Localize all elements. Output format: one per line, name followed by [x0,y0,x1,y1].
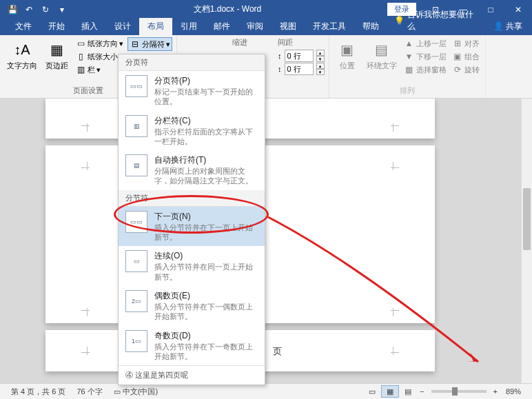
dropdown-section-page-breaks: 分页符 [119,54,265,71]
undo-icon[interactable]: ↶ [23,4,34,15]
redo-icon[interactable]: ↻ [40,4,51,15]
orientation-icon: ▭ [75,38,86,49]
selection-pane-button[interactable]: ▦选择窗格 [402,63,448,76]
rotate-icon: ⟳ [452,64,463,75]
tab-developer[interactable]: 开发工具 [305,18,354,35]
wrap-button[interactable]: ▤环绕文字 [364,37,400,72]
ribbon: ↕A 文字方向 ▦ 页边距 ▭纸张方向▾ ▯纸张大小▾ ▥栏▾ ⊟分隔符▾ 页面… [0,35,532,99]
break-item-title: 分页符(P) [154,75,258,87]
tab-mailings[interactable]: 邮件 [205,18,238,35]
tab-review[interactable]: 审阅 [238,18,272,35]
align-button[interactable]: ⊞对齐 [451,37,481,50]
break-item-desc: 标记一页结束与下一页开始的位置。 [154,87,258,107]
break-item-title: 奇数页(D) [154,330,258,342]
orientation-label: 纸张方向 [88,39,118,49]
selection-pane-label: 选择窗格 [416,65,447,75]
margins-button[interactable]: ▦ 页边距 [43,37,71,72]
zoom-slider[interactable] [431,390,487,393]
column-break-icon: ▥ [125,115,147,137]
break-item-desc: 指示分栏符后面的文字将从下一栏开始。 [154,127,258,147]
break-item-title: 连续(O) [154,250,258,262]
break-item-title: 偶数页(E) [154,290,258,302]
tab-view[interactable]: 视图 [272,18,305,35]
breaks-icon: ⊟ [130,39,141,50]
spacing-after-input[interactable] [285,63,314,75]
document-title: 文档1.docx - Word [68,3,387,15]
orientation-button[interactable]: ▭纸张方向▾ [74,37,125,50]
break-item-next-page[interactable]: ▭▭ 下一页(N)插入分节符并在下一页上开始新节。 [119,207,265,247]
vertical-scrollbar[interactable] [521,99,532,383]
group-objects-button[interactable]: ▣组合 [451,50,481,63]
text-direction-label: 文字方向 [7,61,37,71]
backward-icon: ▼ [404,51,415,62]
tab-file[interactable]: 文件 [7,18,40,35]
spin-up-icon[interactable]: ▲ [316,63,325,69]
language-icon: ▭ [114,387,121,396]
zoom-level[interactable]: 89% [500,387,526,396]
zoom-in-icon[interactable]: + [491,387,500,396]
tab-home[interactable]: 开始 [40,18,73,35]
save-icon[interactable]: 💾 [7,4,18,15]
share-button[interactable]: 👤 共享 [484,18,532,35]
break-item-even-page[interactable]: 2▭ 偶数页(E)插入分节符并在下一偶数页上开始新节。 [119,286,265,326]
view-print-button[interactable]: ▦ [381,385,399,398]
spin-up-icon[interactable]: ▲ [316,50,325,56]
break-item-odd-page[interactable]: 1▭ 奇数页(D)插入分节符并在下一奇数页上开始新节。 [119,326,265,366]
indent-header: 缩进 [232,37,247,49]
wrap-label: 环绕文字 [367,61,397,71]
spin-down-icon[interactable]: ▼ [316,56,325,62]
page-info[interactable]: 第 4 页，共 6 页 [6,387,71,397]
text-wrap-break-icon: ▤ [125,154,147,176]
tab-design[interactable]: 设计 [106,18,139,35]
text-direction-icon: ↕A [11,39,33,61]
backward-button[interactable]: ▼下移一层 [402,50,448,63]
break-item-text-wrapping[interactable]: ▤ 自动换行符(T)分隔网页上的对象周围的文字，如分隔题注文字与正文。 [119,150,265,190]
break-item-desc: 插入分节符并在同一页上开始新节。 [154,262,258,282]
rotate-button[interactable]: ⟳旋转 [451,63,481,76]
tell-me[interactable]: 💡 告诉我你想要做什么 [387,6,484,35]
word-count[interactable]: 76 个字 [71,387,108,397]
chevron-down-icon: ▾ [166,40,170,49]
spacing-before-row: ↕ ▲▼ [278,50,325,62]
break-item-desc: 插入分节符并在下一奇数页上开始新节。 [154,342,258,362]
break-item-desc: 插入分节符并在下一偶数页上开始新节。 [154,302,258,322]
wrap-icon: ▤ [371,39,393,61]
selection-pane-icon: ▦ [404,64,415,75]
language-label: 中文(中国) [123,387,158,396]
spacing-before-input[interactable] [285,50,314,62]
view-web-button[interactable]: ▤ [399,385,417,398]
tab-references[interactable]: 引用 [172,18,205,35]
ribbon-tabs: 文件 开始 插入 设计 布局 引用 邮件 审阅 视图 开发工具 帮助 💡 告诉我… [0,19,532,35]
next-page-break-icon: ▭▭ [125,211,147,233]
zoom-out-icon[interactable]: − [417,387,427,396]
breaks-button[interactable]: ⊟分隔符▾ [127,37,172,51]
break-item-desc: 插入分节符并在下一页上开始新节。 [154,223,258,243]
forward-button[interactable]: ▲上移一层 [402,37,448,50]
position-icon: ▣ [336,39,358,61]
tab-insert[interactable]: 插入 [73,18,106,35]
qat-dropdown-icon[interactable]: ▾ [57,4,68,15]
document-area: 页 [0,99,532,383]
text-direction-button[interactable]: ↕A 文字方向 [4,37,40,72]
spin-down-icon[interactable]: ▼ [316,69,325,75]
view-read-button[interactable]: ▭ [363,385,381,398]
tab-help[interactable]: 帮助 [354,18,387,35]
align-label: 对齐 [464,39,480,49]
close-icon[interactable]: ✕ [504,0,532,19]
spacing-before-icon: ↕ [278,52,282,60]
size-label: 纸张大小 [88,52,118,62]
odd-page-break-icon: 1▭ [125,330,147,352]
zoom-knob[interactable] [452,387,458,396]
page-break-icon: ▭▭ [125,75,147,97]
size-button[interactable]: ▯纸张大小▾ [74,50,125,63]
tab-layout[interactable]: 布局 [139,18,172,35]
bulb-icon: 💡 [394,16,405,25]
break-item-column[interactable]: ▥ 分栏符(C)指示分栏符后面的文字将从下一栏开始。 [119,111,265,151]
break-item-continuous[interactable]: ▭ 连续(O)插入分节符并在同一页上开始新节。 [119,246,265,286]
break-item-page[interactable]: ▭▭ 分页符(P)标记一页结束与下一页开始的位置。 [119,71,265,111]
margins-label: 页边距 [45,61,68,71]
position-button[interactable]: ▣位置 [334,37,361,72]
columns-button[interactable]: ▥栏▾ [74,63,125,76]
language-status[interactable]: ▭ 中文(中国) [108,387,163,397]
scroll-thumb[interactable] [523,188,531,250]
